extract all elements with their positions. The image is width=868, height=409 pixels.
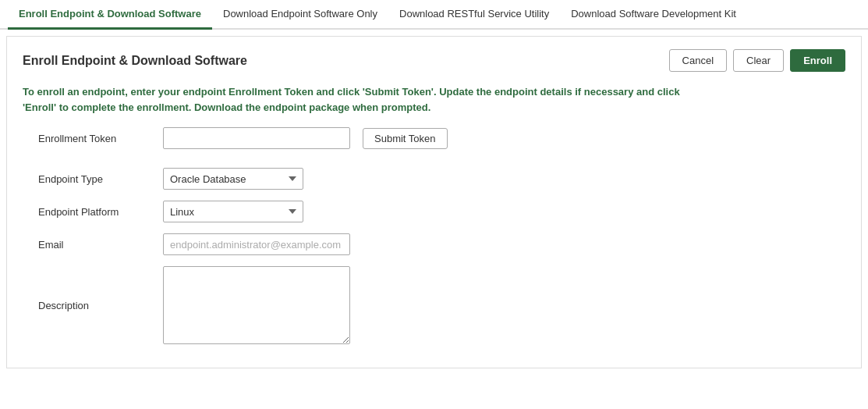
enrollment-token-row: Enrollment Token Submit Token (38, 127, 830, 149)
enrollment-token-input[interactable] (163, 127, 350, 149)
page-title: Enroll Endpoint & Download Software (23, 54, 247, 68)
info-line1: To enroll an endpoint, enter your endpoi… (23, 86, 680, 98)
endpoint-type-row: Endpoint Type Oracle Database SQL Server… (38, 168, 830, 190)
tab-navigation: Enroll Endpoint & Download Software Down… (0, 0, 868, 30)
tab-enroll[interactable]: Enroll Endpoint & Download Software (8, 0, 212, 30)
tab-download-only[interactable]: Download Endpoint Software Only (212, 0, 388, 30)
endpoint-platform-row: Endpoint Platform Linux Windows AIX Sola… (38, 201, 830, 222)
submit-token-button[interactable]: Submit Token (363, 128, 448, 149)
endpoint-platform-select[interactable]: Linux Windows AIX Solaris (163, 201, 303, 222)
enrollment-token-label: Enrollment Token (38, 133, 163, 144)
endpoint-type-label: Endpoint Type (38, 173, 163, 185)
tab-restful[interactable]: Download RESTful Service Utility (388, 0, 560, 30)
clear-button[interactable]: Clear (733, 49, 784, 72)
header-buttons: Cancel Clear Enroll (669, 49, 845, 72)
description-row: Description (38, 266, 830, 344)
page-header: Enroll Endpoint & Download Software Canc… (23, 49, 845, 72)
info-line2: 'Enroll' to complete the enrollment. Dow… (23, 101, 430, 113)
main-content: Enroll Endpoint & Download Software Canc… (6, 36, 862, 368)
description-textarea[interactable] (163, 266, 350, 344)
form-section: Enrollment Token Submit Token Endpoint T… (23, 127, 845, 344)
email-label: Email (38, 239, 163, 251)
email-input[interactable] (163, 233, 350, 255)
cancel-button[interactable]: Cancel (669, 49, 727, 72)
description-label: Description (38, 300, 163, 311)
email-row: Email (38, 233, 830, 255)
enroll-button[interactable]: Enroll (790, 49, 845, 72)
endpoint-platform-label: Endpoint Platform (38, 206, 163, 218)
endpoint-type-select[interactable]: Oracle Database SQL Server MySQL Postgre… (163, 168, 303, 190)
info-message: To enroll an endpoint, enter your endpoi… (23, 84, 845, 115)
tab-sdk[interactable]: Download Software Development Kit (560, 0, 747, 30)
